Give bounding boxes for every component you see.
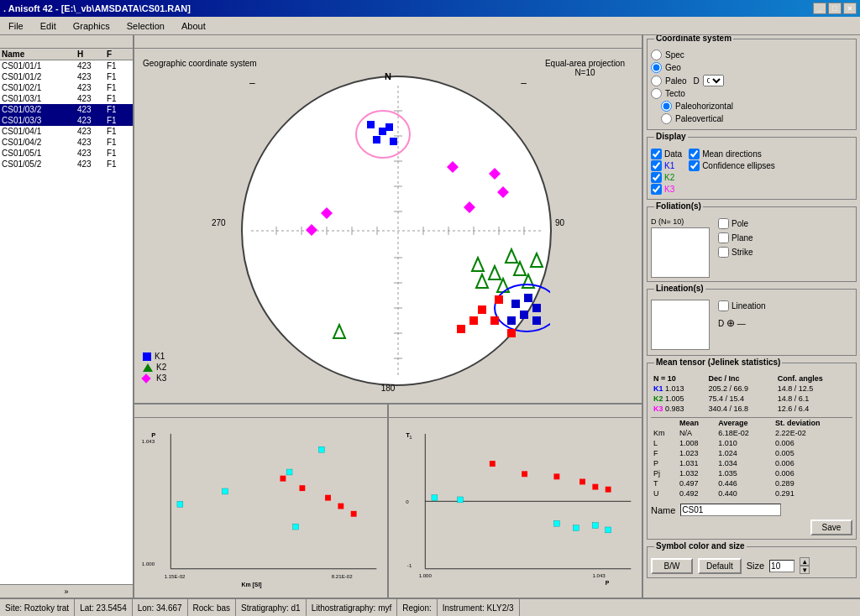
center-panel: Geographic coordinate system Equal-area …: [134, 35, 642, 598]
size-down[interactable]: ▼: [800, 566, 810, 574]
check-pole-input[interactable]: [718, 218, 729, 229]
file-list: CS01/01/1423F1CS01/01/2423F1CS01/02/1423…: [0, 60, 133, 584]
check-conf-ellipses[interactable]: Confidence ellipses: [689, 160, 775, 171]
list-item[interactable]: CS01/03/2423F1: [0, 104, 133, 115]
radio-paleohorizontal[interactable]: Paleohorizontal: [661, 101, 852, 112]
check-strike-input[interactable]: [718, 247, 729, 258]
status-stratigraphy: Stratigraphy: d1: [236, 599, 307, 616]
check-lineation[interactable]: Lineation: [718, 300, 766, 311]
svg-rect-67: [318, 446, 324, 452]
menu-about[interactable]: About: [176, 19, 211, 33]
list-item[interactable]: CS01/01/2423F1: [0, 71, 133, 82]
status-lat: Lat: 23.5454: [75, 599, 133, 616]
radio-spec[interactable]: Spec: [651, 50, 852, 60]
name-input[interactable]: [680, 504, 781, 516]
radio-paleovertical-label: Paleovertical: [675, 114, 723, 123]
check-pole-label: Pole: [732, 219, 748, 228]
right-panel: Coordinate system Spec Geo Paleo D 0: [642, 35, 860, 598]
check-k3-input[interactable]: [651, 184, 662, 195]
svg-rect-54: [457, 325, 465, 333]
check-conf-ellipses-input[interactable]: [689, 160, 700, 171]
check-plane[interactable]: Plane: [718, 232, 753, 243]
menu-file[interactable]: File: [3, 19, 29, 33]
radio-spec-input[interactable]: [651, 50, 662, 60]
titlebar-buttons[interactable]: _ □ ×: [813, 3, 857, 14]
svg-rect-66: [286, 469, 292, 475]
minimize-button[interactable]: _: [813, 3, 826, 14]
check-k1-label: K1: [664, 161, 674, 170]
symbol-section-title: Symbol color and size: [654, 541, 747, 551]
menu-graphics[interactable]: Graphics: [68, 19, 115, 33]
close-button[interactable]: ×: [843, 3, 857, 14]
check-plane-input[interactable]: [718, 232, 729, 243]
check-data-label: Data: [664, 149, 682, 159]
svg-rect-89: [606, 487, 611, 493]
radio-geo[interactable]: Geo: [651, 62, 852, 73]
legend-k3: K3: [143, 373, 166, 383]
check-mean-dir[interactable]: Mean directions: [689, 149, 775, 159]
radio-paleo-input[interactable]: [651, 76, 662, 86]
size-up[interactable]: ▲: [800, 557, 810, 566]
radio-paleovertical-input[interactable]: [661, 113, 672, 124]
list-item[interactable]: CS01/05/1423F1: [0, 148, 133, 159]
tensor-p-row: P1.0311.0340.006: [651, 458, 852, 468]
menu-edit[interactable]: Edit: [35, 19, 61, 33]
svg-text:8.21E-02: 8.21E-02: [332, 573, 353, 579]
svg-text:P: P: [606, 580, 610, 586]
svg-text:Km [SI]: Km [SI]: [242, 582, 262, 588]
svg-marker-37: [522, 274, 534, 288]
list-item[interactable]: CS01/04/2423F1: [0, 137, 133, 148]
chart-p-inner: P 1.043 1.000 1.15E-02 8.21E-02 Km [SI]: [134, 418, 387, 598]
check-data-input[interactable]: [651, 149, 662, 159]
chart-t-inner: T 1 0 -1 1.000 1.043 P: [389, 418, 642, 598]
check-strike[interactable]: Strike: [718, 247, 753, 258]
svg-text:0: 0: [406, 499, 409, 504]
radio-paleo[interactable]: Paleo D 0: [651, 75, 852, 86]
default-button[interactable]: Default: [698, 558, 742, 574]
svg-rect-94: [592, 523, 598, 529]
check-pole[interactable]: Pole: [718, 218, 753, 229]
legend: K1 K2 K3: [143, 350, 166, 384]
check-k1[interactable]: K1: [651, 160, 682, 171]
svg-marker-35: [514, 262, 526, 275]
check-data[interactable]: Data: [651, 149, 682, 159]
bw-button[interactable]: B/W: [651, 558, 693, 574]
d-select[interactable]: 0: [703, 75, 724, 86]
check-plane-label: Plane: [732, 233, 753, 243]
radio-tecto-input[interactable]: [651, 88, 662, 99]
size-input[interactable]: [769, 560, 794, 572]
radio-paleovertical[interactable]: Paleovertical: [661, 113, 852, 124]
list-item[interactable]: CS01/03/1423F1: [0, 93, 133, 104]
svg-rect-24: [373, 136, 380, 144]
size-spinner[interactable]: ▲ ▼: [800, 557, 810, 574]
radio-paleo-label: Paleo: [665, 76, 687, 86]
check-mean-dir-input[interactable]: [689, 149, 700, 159]
svg-text:P: P: [151, 431, 155, 439]
svg-rect-65: [223, 488, 228, 494]
k1-legend-icon: [143, 352, 151, 361]
radio-tecto[interactable]: Tecto: [651, 88, 852, 99]
svg-rect-71: [325, 495, 331, 501]
menu-selection[interactable]: Selection: [122, 19, 170, 33]
check-k1-input[interactable]: [651, 160, 662, 171]
radio-geo-input[interactable]: [651, 62, 662, 73]
check-k3[interactable]: K3: [651, 184, 682, 195]
list-item[interactable]: CS01/01/1423F1: [0, 60, 133, 71]
display-section: Display Data K1 K2: [647, 137, 857, 200]
check-k2-input[interactable]: [651, 172, 662, 183]
svg-text:1.000: 1.000: [419, 572, 433, 578]
save-button[interactable]: Save: [810, 519, 852, 535]
list-item[interactable]: CS01/05/2423F1: [0, 159, 133, 170]
statusbar: Site: Roztoky trat Lat: 23.5454 Lon: 34.…: [0, 598, 860, 616]
status-site: Site: Roztoky trat: [0, 599, 75, 616]
svg-rect-70: [299, 485, 305, 491]
list-item[interactable]: CS01/04/1423F1: [0, 126, 133, 137]
status-rock: Rock: bas: [188, 599, 236, 616]
list-item[interactable]: CS01/02/1423F1: [0, 82, 133, 93]
tensor-pj-row: Pj1.0321.0350.006: [651, 468, 852, 478]
check-k2[interactable]: K2: [651, 172, 682, 183]
check-lineation-input[interactable]: [718, 300, 729, 311]
list-item[interactable]: CS01/03/3423F1: [0, 115, 133, 126]
radio-paleohorizontal-input[interactable]: [661, 101, 672, 112]
maximize-button[interactable]: □: [828, 3, 842, 14]
